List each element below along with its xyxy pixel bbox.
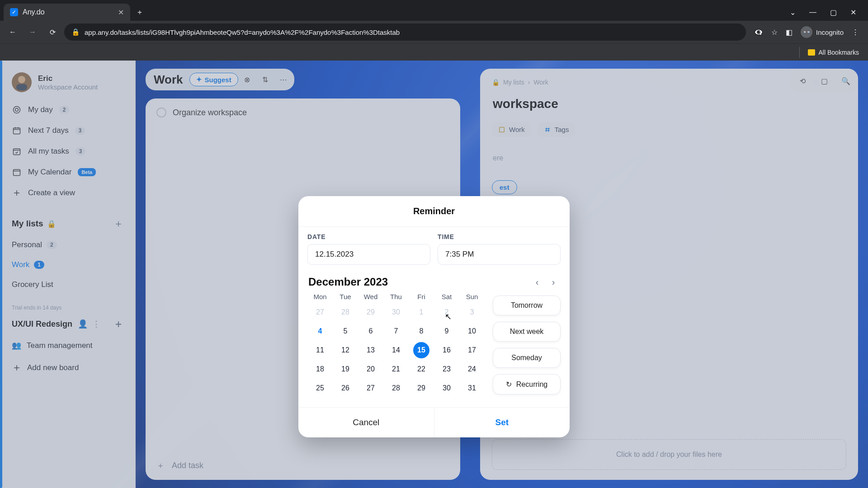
- modal-title: Reminder: [298, 196, 570, 227]
- calendar-day[interactable]: 16: [434, 342, 459, 358]
- calendar-day[interactable]: 19: [333, 361, 358, 377]
- new-tab-button[interactable]: ＋: [133, 5, 146, 19]
- calendar-day[interactable]: 15: [413, 342, 429, 358]
- calendar-day[interactable]: 10: [459, 323, 485, 339]
- calendar-day[interactable]: 28: [383, 380, 409, 396]
- time-input[interactable]: [438, 244, 561, 265]
- date-label: DATE: [307, 233, 430, 240]
- minimize-icon[interactable]: ―: [809, 8, 816, 17]
- incognito-icon: 👓: [801, 26, 812, 38]
- quick-someday-button[interactable]: Someday: [493, 348, 561, 368]
- calendar-day[interactable]: 7: [383, 323, 409, 339]
- calendar-dow: Tue: [333, 293, 358, 300]
- window-controls: ⌄ ― ▢ ✕: [790, 8, 864, 17]
- incognito-label: Incognito: [816, 28, 844, 36]
- recurring-icon: ↻: [506, 380, 512, 389]
- kebab-menu-icon[interactable]: ⋮: [852, 28, 859, 37]
- calendar-day[interactable]: 27: [358, 380, 383, 396]
- bookmark-star-icon[interactable]: ☆: [771, 28, 778, 37]
- url-text: app.any.do/tasks/lists/iG98HTlvgh9piAhmb…: [85, 28, 400, 36]
- calendar-day[interactable]: 5: [333, 323, 358, 339]
- bookmark-label: All Bookmarks: [819, 49, 859, 56]
- lock-icon: 🔒: [71, 28, 80, 36]
- calendar-day[interactable]: 22: [409, 361, 434, 377]
- browser-toolbar: ← → ⟳ 🔒 app.any.do/tasks/lists/iG98HTlvg…: [0, 21, 868, 43]
- quick-recurring-button[interactable]: ↻Recurring: [493, 374, 561, 394]
- calendar-day[interactable]: 12: [333, 342, 358, 358]
- calendar-dow: Thu: [383, 293, 409, 300]
- reload-button[interactable]: ⟳: [44, 24, 61, 40]
- bookmark-bar: All Bookmarks: [0, 43, 868, 61]
- calendar-day[interactable]: 31: [459, 380, 485, 396]
- calendar-day[interactable]: 11: [307, 342, 333, 358]
- calendar-dow: Mon: [307, 293, 333, 300]
- calendar-day[interactable]: 30: [383, 304, 409, 320]
- calendar-dow: Fri: [409, 293, 434, 300]
- cancel-button[interactable]: Cancel: [298, 408, 434, 437]
- folder-icon: [808, 49, 815, 56]
- chevron-down-icon[interactable]: ⌄: [790, 8, 796, 17]
- calendar-dow: Sat: [434, 293, 459, 300]
- incognito-badge: 👓 Incognito: [801, 26, 844, 38]
- calendar-day[interactable]: 29: [358, 304, 383, 320]
- calendar-grid: MonTueWedThuFriSatSun 272829301234567891…: [307, 293, 485, 396]
- calendar-day[interactable]: 9: [434, 323, 459, 339]
- quick-next-week-button[interactable]: Next week: [493, 322, 561, 342]
- date-input[interactable]: [307, 244, 430, 265]
- calendar-day[interactable]: 21: [383, 361, 409, 377]
- calendar-day[interactable]: 23: [434, 361, 459, 377]
- calendar-day[interactable]: 30: [434, 380, 459, 396]
- calendar-day[interactable]: 29: [409, 380, 434, 396]
- reminder-modal: Reminder DATE TIME December 2023 ‹ ›: [298, 196, 570, 437]
- tab-title: Any.do: [23, 8, 45, 16]
- recurring-label: Recurring: [516, 380, 547, 389]
- all-bookmarks-button[interactable]: All Bookmarks: [808, 49, 859, 56]
- browser-tab[interactable]: ✓ Any.do ✕: [4, 4, 130, 21]
- calendar-day[interactable]: 6: [358, 323, 383, 339]
- calendar-day[interactable]: 17: [459, 342, 485, 358]
- next-month-button[interactable]: ›: [547, 277, 560, 287]
- quick-tomorrow-button[interactable]: Tomorrow: [493, 296, 561, 315]
- calendar-dow: Wed: [358, 293, 383, 300]
- close-icon[interactable]: ✕: [118, 8, 124, 17]
- calendar-day[interactable]: 4: [307, 323, 333, 339]
- forward-button[interactable]: →: [24, 24, 41, 40]
- calendar-day[interactable]: 13: [358, 342, 383, 358]
- tab-favicon: ✓: [10, 8, 18, 16]
- calendar-day[interactable]: 18: [307, 361, 333, 377]
- maximize-icon[interactable]: ▢: [830, 8, 837, 17]
- address-bar[interactable]: 🔒 app.any.do/tasks/lists/iG98HTlvgh9piAh…: [64, 23, 746, 41]
- divider: [799, 47, 800, 58]
- eye-off-icon[interactable]: 👁‍🗨: [754, 28, 763, 37]
- back-button[interactable]: ←: [5, 24, 21, 40]
- calendar-day[interactable]: 25: [307, 380, 333, 396]
- time-label: TIME: [438, 233, 561, 240]
- prev-month-button[interactable]: ‹: [531, 277, 543, 287]
- calendar-day[interactable]: 26: [333, 380, 358, 396]
- calendar-day[interactable]: 27: [307, 304, 333, 320]
- calendar-day[interactable]: 14: [383, 342, 409, 358]
- calendar-day[interactable]: 8: [409, 323, 434, 339]
- calendar-month-label: December 2023: [308, 276, 388, 288]
- close-window-icon[interactable]: ✕: [850, 8, 856, 17]
- browser-tabbar: ✓ Any.do ✕ ＋ ⌄ ― ▢ ✕: [0, 0, 868, 21]
- calendar-day[interactable]: 20: [358, 361, 383, 377]
- calendar-day[interactable]: 3: [459, 304, 485, 320]
- calendar-day[interactable]: 28: [333, 304, 358, 320]
- calendar-day[interactable]: 24: [459, 361, 485, 377]
- calendar-dow: Sun: [459, 293, 485, 300]
- extensions-icon[interactable]: ◧: [786, 28, 793, 37]
- set-button[interactable]: Set: [434, 408, 570, 437]
- calendar-day[interactable]: 2: [434, 304, 459, 320]
- calendar-day[interactable]: 1: [409, 304, 434, 320]
